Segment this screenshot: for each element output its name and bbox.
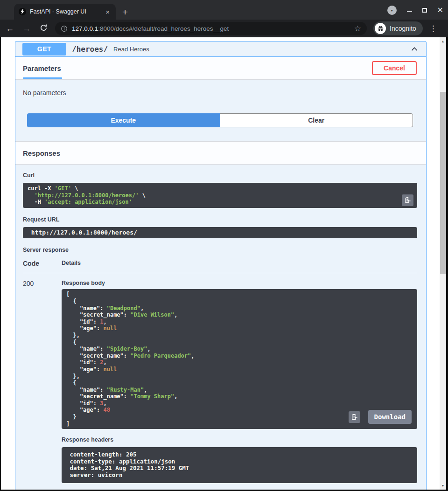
server-response-table: Code Details 200 Response body [ { "name…	[23, 260, 417, 483]
curl-label: Curl	[23, 172, 417, 179]
execute-button[interactable]: Execute	[27, 113, 220, 127]
opblock-summary[interactable]: GET /heroes/ Read Heroes	[15, 41, 426, 57]
copy-response-button[interactable]	[349, 411, 360, 423]
execute-row: Execute Clear	[27, 113, 413, 127]
forward-icon[interactable]: →	[21, 24, 32, 33]
copy-curl-button[interactable]	[402, 194, 413, 206]
maximize-button[interactable]	[422, 8, 427, 13]
swagger-page: GET /heroes/ Read Heroes Parameters Canc…	[1, 37, 440, 490]
tab-close-icon[interactable]: ×	[104, 8, 111, 16]
cancel-button[interactable]: Cancel	[372, 61, 417, 75]
method-badge: GET	[22, 43, 66, 55]
tab-search-icon[interactable]: ▼	[387, 6, 397, 15]
bookmark-star-icon[interactable]: ☆	[354, 24, 361, 34]
browser-tab[interactable]: FastAPI - Swagger UI ×	[14, 4, 116, 20]
request-url-value: http://127.0.0.1:8000/heroes/	[23, 227, 417, 239]
responses-body: Curl curl -X 'GET' \ 'http://127.0.0.1:8…	[15, 165, 426, 490]
opblock-get-heroes: GET /heroes/ Read Heroes Parameters Canc…	[15, 41, 427, 490]
scroll-up-icon[interactable]: ▲	[440, 38, 446, 44]
tab-title: FastAPI - Swagger UI	[30, 8, 100, 15]
page-scrollbar[interactable]: ▲ ▼	[440, 37, 446, 490]
response-headers-block: content-length: 205 content-type: applic…	[62, 447, 417, 483]
incognito-icon	[375, 23, 386, 34]
parameters-tab-underline	[23, 77, 62, 79]
endpoint-path: /heroes/	[72, 45, 108, 54]
response-body-json: [ { "name": "Deadpond", "secret_name": "…	[62, 289, 417, 429]
clear-button[interactable]: Clear	[220, 113, 413, 127]
reload-icon[interactable]	[38, 24, 49, 33]
endpoint-summary: Read Heroes	[113, 46, 409, 53]
collapse-chevron-icon[interactable]	[409, 44, 420, 54]
fastapi-favicon-icon	[19, 8, 26, 15]
address-bar[interactable]: 127.0.0.1:8000/docs#/default/read_heroes…	[55, 22, 367, 35]
responses-title: Responses	[23, 149, 60, 157]
window-close-button[interactable]: ✕	[437, 7, 443, 14]
request-url-label: Request URL	[23, 216, 417, 223]
curl-command: curl -X 'GET' \ 'http://127.0.0.1:8000/h…	[23, 183, 417, 208]
server-response-label: Server response	[23, 247, 417, 253]
new-tab-button[interactable]: +	[122, 7, 128, 17]
no-parameters-text: No parameters	[15, 80, 426, 113]
status-code: 200	[23, 280, 62, 483]
browser-menu-icon[interactable]: ⋮	[429, 24, 437, 34]
incognito-badge: Incognito	[373, 21, 423, 35]
tab-strip: FastAPI - Swagger UI × + ▼ ✕	[0, 0, 448, 20]
parameters-header: Parameters Cancel	[15, 57, 426, 80]
code-column-header: Code	[23, 260, 62, 267]
url-path: :8000/docs#/default/read_heroes_heroes__…	[98, 25, 229, 32]
scroll-down-icon[interactable]: ▼	[440, 483, 446, 489]
responses-header: Responses	[15, 141, 426, 165]
browser-toolbar: ← → 127.0.0.1:8000/docs#/default/read_he…	[0, 20, 448, 37]
site-info-icon[interactable]	[61, 25, 68, 32]
url-host: 127.0.0.1	[72, 25, 98, 32]
response-headers-label: Response headers	[62, 436, 417, 443]
url-text[interactable]: 127.0.0.1:8000/docs#/default/read_heroes…	[72, 25, 350, 32]
download-button[interactable]: Download	[368, 410, 412, 424]
incognito-label: Incognito	[390, 25, 416, 32]
response-body-label: Response body	[62, 280, 417, 286]
back-icon[interactable]: ←	[5, 24, 15, 33]
details-column-header: Details	[62, 260, 81, 267]
minimize-button[interactable]	[407, 11, 412, 12]
scrollbar-thumb[interactable]	[440, 92, 446, 274]
response-row-200: 200 Response body [ { "name": "Deadpond"…	[23, 273, 417, 483]
tab-parameters[interactable]: Parameters	[23, 64, 61, 72]
browser-window: FastAPI - Swagger UI × + ▼ ✕ ← → 127.0.0…	[0, 0, 448, 491]
